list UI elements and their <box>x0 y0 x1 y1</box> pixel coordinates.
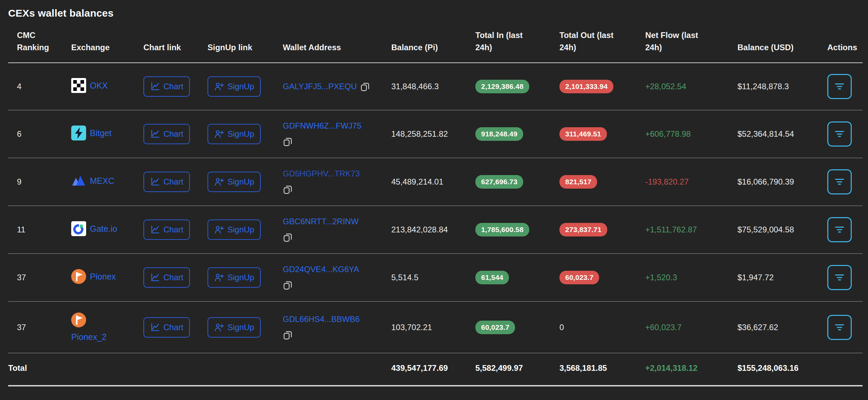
line-chart-icon <box>150 322 160 332</box>
signup-button-label: SignUp <box>228 82 254 91</box>
total-out-value: 0 <box>559 302 645 353</box>
exchange-name: MEXC <box>90 176 114 186</box>
copy-icon <box>360 81 370 92</box>
exchange-link-pionex-2[interactable]: Pionex_2 <box>71 312 122 342</box>
actions-filter-button[interactable] <box>827 265 852 290</box>
filter-icon <box>834 226 845 234</box>
table-row: 6 Bitget Chart SignUp <box>8 110 863 158</box>
signup-link-button[interactable]: SignUp <box>208 317 261 338</box>
wallet-address-link[interactable]: GD24QVE4...KG6YA <box>283 265 359 274</box>
chart-button-label: Chart <box>163 225 183 234</box>
signup-button-label: SignUp <box>228 225 254 234</box>
total-out-sum: 3,568,181.85 <box>559 353 645 386</box>
wallet-address-link[interactable]: GBC6NRTT...2RINW <box>283 217 359 226</box>
balance-pi-value: 5,514.5 <box>391 254 475 302</box>
copy-address-button[interactable] <box>283 232 293 243</box>
pionex-logo <box>71 312 86 327</box>
balance-pi-value: 31,848,466.3 <box>391 63 475 110</box>
net-flow-value: +606,778.98 <box>645 110 737 158</box>
chart-link-button[interactable]: Chart <box>143 220 190 240</box>
chart-link-button[interactable]: Chart <box>143 76 190 97</box>
signup-button-label: SignUp <box>228 273 254 282</box>
signup-link-button[interactable]: SignUp <box>208 76 261 97</box>
exchange-name: Pionex <box>90 272 116 282</box>
copy-icon <box>283 329 293 340</box>
line-chart-icon <box>150 225 160 235</box>
chart-button-label: Chart <box>163 82 183 91</box>
okx-logo <box>71 78 86 93</box>
chart-link-button[interactable]: Chart <box>143 172 190 192</box>
total-out-badge: 60,023.7 <box>559 271 599 284</box>
balance-pi-value: 103,702.21 <box>391 302 475 353</box>
net-flow-value: +60,023.7 <box>645 302 737 353</box>
filter-icon <box>834 130 845 138</box>
wallet-address-cell: GBC6NRTT...2RINW <box>283 217 385 243</box>
actions-filter-button[interactable] <box>827 217 852 242</box>
wallet-address-link[interactable]: GD5HGPHV...TRK73 <box>283 169 360 178</box>
net-flow-value: +28,052.54 <box>645 63 737 110</box>
actions-filter-button[interactable] <box>827 315 852 340</box>
total-in-sum: 5,582,499.97 <box>475 353 559 386</box>
chart-link-button[interactable]: Chart <box>143 267 190 288</box>
col-header-chart-link: Chart link <box>143 29 208 63</box>
balance-usd-value: $11,248,878.3 <box>737 63 827 110</box>
wallet-address-cell: GD5HGPHV...TRK73 <box>283 169 385 195</box>
table-row: 4 OKX Chart SignUp <box>8 63 863 110</box>
chart-button-label: Chart <box>163 129 183 139</box>
total-in-badge: 2,129,386.48 <box>475 80 529 93</box>
copy-address-button[interactable] <box>283 280 293 290</box>
exchange-link-bitget[interactable]: Bitget <box>71 126 112 140</box>
total-label: Total <box>8 353 71 386</box>
balance-usd-value: $36,627.62 <box>737 302 827 353</box>
cex-balances-table: CMC Ranking Exchange Chart link SignUp l… <box>8 29 863 386</box>
copy-address-button[interactable] <box>283 136 293 147</box>
table-row: 37 Pionex_2 Chart SignUp <box>8 302 863 353</box>
exchange-name: OKX <box>90 81 108 91</box>
line-chart-icon <box>150 129 160 139</box>
cmc-ranking-value: 9 <box>8 158 71 206</box>
signup-link-button[interactable]: SignUp <box>208 220 261 240</box>
copy-address-button[interactable] <box>283 329 293 340</box>
wallet-address-cell: GALYJFJ5...PXEQU <box>283 81 385 92</box>
balance-usd-value: $16,066,790.39 <box>737 158 827 206</box>
signup-link-button[interactable]: SignUp <box>208 172 261 192</box>
signup-link-button[interactable]: SignUp <box>208 267 261 288</box>
wallet-address-link[interactable]: GDFNWH6Z...FWJ75 <box>283 121 361 131</box>
wallet-address-link[interactable]: GDL66HS4...BBWB6 <box>283 315 360 324</box>
exchange-link-pionex[interactable]: Pionex <box>71 269 116 284</box>
copy-address-button[interactable] <box>360 81 370 92</box>
actions-filter-button[interactable] <box>827 74 852 99</box>
mexc-logo <box>71 173 86 188</box>
chart-link-button[interactable]: Chart <box>143 317 190 338</box>
exchange-link-gateio[interactable]: Gate.io <box>71 221 117 236</box>
cmc-ranking-value: 11 <box>8 206 71 254</box>
exchange-name: Bitget <box>90 128 112 138</box>
line-chart-icon <box>150 81 160 92</box>
col-header-actions: Actions <box>827 29 863 63</box>
exchange-link-mexc[interactable]: MEXC <box>71 173 114 188</box>
table-row: 11 Gate.io Chart SignUp <box>8 206 863 254</box>
signup-link-button[interactable]: SignUp <box>208 124 261 144</box>
col-header-signup-link: SignUp link <box>208 29 283 63</box>
filter-icon <box>834 323 845 331</box>
copy-icon <box>283 232 293 243</box>
chart-button-label: Chart <box>163 177 183 187</box>
total-in-badge: 60,023.7 <box>475 321 515 334</box>
wallet-address-link[interactable]: GALYJFJ5...PXEQU <box>283 82 357 91</box>
col-header-balance-pi: Balance (Pi) <box>391 29 475 63</box>
table-row: 9 MEXC Chart SignUp <box>8 158 863 206</box>
col-header-balance-usd: Balance (USD) <box>737 29 827 63</box>
exchange-name: Gate.io <box>90 224 117 234</box>
total-in-badge: 61,544 <box>475 271 509 284</box>
total-net-flow: +2,014,318.12 <box>645 353 737 386</box>
copy-address-button[interactable] <box>283 184 293 195</box>
user-plus-icon <box>214 272 224 283</box>
signup-button-label: SignUp <box>228 177 254 187</box>
chart-link-button[interactable]: Chart <box>143 124 190 144</box>
actions-filter-button[interactable] <box>827 169 852 194</box>
cmc-ranking-value: 6 <box>8 110 71 158</box>
exchange-link-okx[interactable]: OKX <box>71 78 108 93</box>
actions-filter-button[interactable] <box>827 121 852 147</box>
balance-pi-value: 45,489,214.01 <box>391 158 475 206</box>
pionex-logo <box>71 269 86 284</box>
